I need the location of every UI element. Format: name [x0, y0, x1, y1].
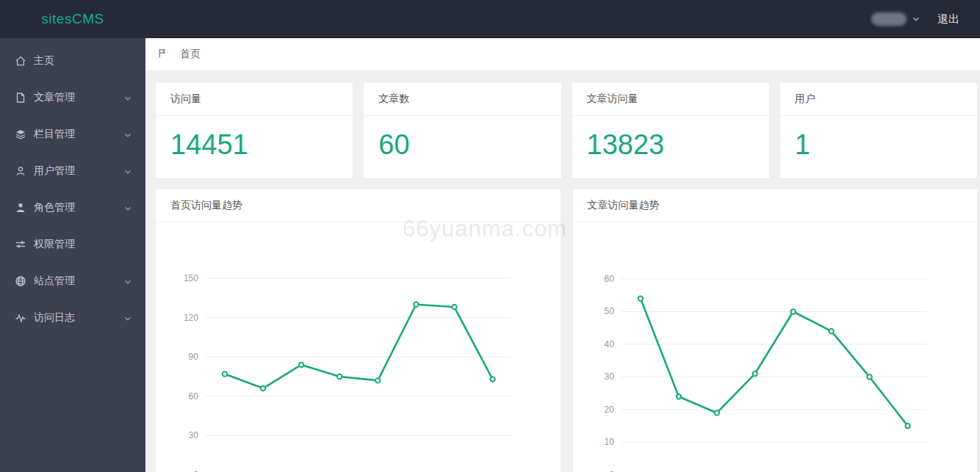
sidebar-item-roles[interactable]: 角色管理 [0, 189, 145, 226]
username-redacted [871, 12, 907, 26]
svg-text:50: 50 [604, 306, 614, 316]
stat-card-article-visits: 文章访问量 13823 [572, 83, 769, 178]
chevron-down-icon [911, 14, 921, 24]
logout-button[interactable]: 退出 [937, 12, 959, 26]
breadcrumb-label: 首页 [180, 48, 201, 61]
stat-label: 文章访问量 [572, 83, 769, 116]
svg-text:30: 30 [189, 430, 199, 440]
app-logo: sitesCMS [0, 11, 145, 27]
sidebar-item-articles[interactable]: 文章管理 [0, 79, 145, 116]
sidebar-item-permissions[interactable]: 权限管理 [0, 226, 145, 263]
stat-label: 文章数 [364, 83, 561, 116]
stat-card-articles: 文章数 60 [364, 83, 561, 178]
svg-text:20: 20 [604, 404, 614, 415]
stat-value: 1 [795, 128, 962, 162]
chevron-down-icon [123, 167, 132, 175]
stat-value: 14451 [170, 128, 338, 162]
user-icon [15, 165, 26, 177]
user-dropdown[interactable] [871, 12, 921, 26]
article-icon [15, 92, 26, 104]
layers-icon [15, 128, 26, 140]
stat-value: 60 [378, 128, 546, 162]
svg-text:10: 10 [604, 437, 614, 447]
svg-text:150: 150 [184, 273, 198, 283]
svg-text:90: 90 [189, 352, 199, 362]
chevron-down-icon [123, 277, 132, 286]
sidebar-item-label: 文章管理 [34, 91, 123, 104]
breadcrumb: 首页 [145, 38, 980, 71]
chart-title: 文章访问量趋势 [573, 189, 978, 222]
svg-text:120: 120 [184, 312, 198, 322]
chevron-down-icon [123, 130, 132, 139]
sidebar-item-label: 栏目管理 [34, 128, 123, 141]
chart-card-home-visits-trend: 首页访问量趋势 0306090120150 [156, 189, 561, 472]
sidebar-item-logs[interactable]: 访问日志 [0, 299, 145, 336]
role-icon [15, 202, 26, 214]
svg-text:0: 0 [193, 470, 198, 472]
stat-value: 13823 [587, 128, 754, 162]
sidebar-item-label: 用户管理 [34, 164, 123, 178]
sidebar-item-users[interactable]: 用户管理 [0, 153, 145, 189]
chevron-down-icon [123, 93, 132, 102]
stat-label: 用户 [780, 83, 977, 116]
svg-text:30: 30 [604, 371, 614, 382]
line-chart-article-visits: 0102030405060 [573, 222, 978, 472]
sidebar-item-label: 访问日志 [34, 311, 123, 324]
sidebar-item-label: 权限管理 [34, 238, 132, 251]
chart-title: 首页访问量趋势 [156, 189, 561, 222]
home-icon [15, 55, 26, 67]
svg-text:60: 60 [604, 274, 614, 284]
main-content: 访问量 14451 文章数 60 文章访问量 13823 用户 1 首页访问量趋… [145, 71, 980, 472]
svg-text:60: 60 [189, 391, 199, 401]
svg-text:40: 40 [604, 339, 614, 349]
stat-card-users: 用户 1 [780, 83, 977, 178]
sliders-icon [15, 239, 26, 250]
chevron-down-icon [123, 313, 132, 322]
activity-icon [15, 312, 26, 324]
stat-card-visits: 访问量 14451 [156, 83, 353, 178]
stat-cards-row: 访问量 14451 文章数 60 文章访问量 13823 用户 1 [156, 83, 977, 178]
globe-icon [15, 275, 26, 287]
topbar: sitesCMS 退出 [0, 0, 980, 38]
svg-text:0: 0 [609, 470, 614, 472]
sidebar-nav: 主页文章管理栏目管理用户管理角色管理权限管理站点管理访问日志 [0, 38, 145, 472]
chevron-down-icon [123, 203, 132, 212]
sidebar-item-label: 站点管理 [34, 275, 123, 288]
flag-icon [157, 48, 174, 62]
chart-card-article-visits-trend: 文章访问量趋势 0102030405060 [573, 189, 978, 472]
stat-label: 访问量 [156, 83, 353, 116]
sidebar-item-categories[interactable]: 栏目管理 [0, 116, 145, 153]
sidebar-item-sites[interactable]: 站点管理 [0, 263, 145, 299]
charts-row: 首页访问量趋势 0306090120150 文章访问量趋势 0102030405… [156, 189, 977, 472]
sidebar-item-home[interactable]: 主页 [0, 43, 145, 79]
sidebar-item-label: 角色管理 [34, 201, 123, 214]
line-chart-home-visits: 0306090120150 [156, 222, 561, 472]
sidebar-item-label: 主页 [34, 54, 132, 68]
